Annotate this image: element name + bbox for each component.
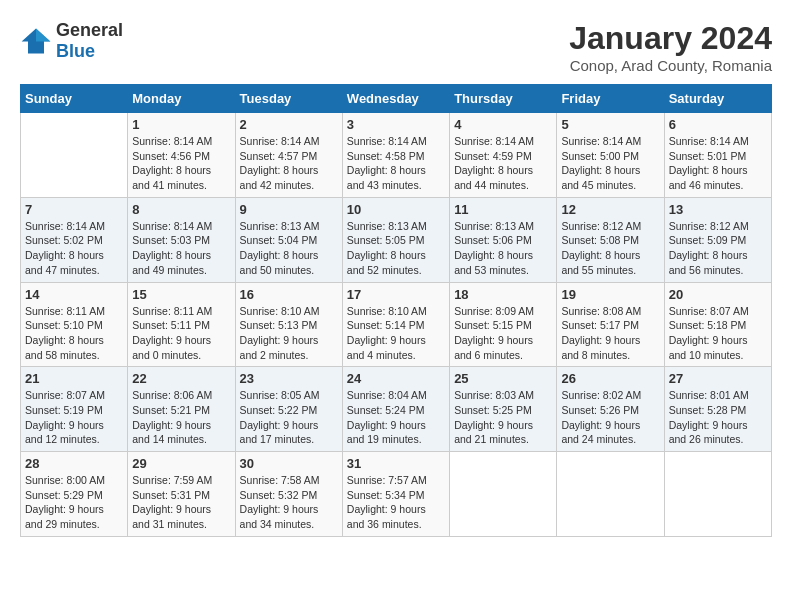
day-info: Sunrise: 8:14 AMSunset: 4:57 PMDaylight:… — [240, 134, 338, 193]
day-info: Sunrise: 8:11 AMSunset: 5:11 PMDaylight:… — [132, 304, 230, 363]
day-cell: 3Sunrise: 8:14 AMSunset: 4:58 PMDaylight… — [342, 113, 449, 198]
day-number: 5 — [561, 117, 659, 132]
day-number: 7 — [25, 202, 123, 217]
calendar: SundayMondayTuesdayWednesdayThursdayFrid… — [20, 84, 772, 537]
day-info: Sunrise: 8:10 AMSunset: 5:13 PMDaylight:… — [240, 304, 338, 363]
subtitle: Conop, Arad County, Romania — [569, 57, 772, 74]
day-number: 1 — [132, 117, 230, 132]
title-area: January 2024 Conop, Arad County, Romania — [569, 20, 772, 74]
day-cell: 31Sunrise: 7:57 AMSunset: 5:34 PMDayligh… — [342, 452, 449, 537]
header-day-tuesday: Tuesday — [235, 85, 342, 113]
day-info: Sunrise: 8:01 AMSunset: 5:28 PMDaylight:… — [669, 388, 767, 447]
day-number: 18 — [454, 287, 552, 302]
day-number: 6 — [669, 117, 767, 132]
day-cell: 8Sunrise: 8:14 AMSunset: 5:03 PMDaylight… — [128, 197, 235, 282]
day-info: Sunrise: 8:04 AMSunset: 5:24 PMDaylight:… — [347, 388, 445, 447]
day-number: 14 — [25, 287, 123, 302]
day-number: 28 — [25, 456, 123, 471]
day-info: Sunrise: 8:12 AMSunset: 5:08 PMDaylight:… — [561, 219, 659, 278]
day-cell: 29Sunrise: 7:59 AMSunset: 5:31 PMDayligh… — [128, 452, 235, 537]
header-row: SundayMondayTuesdayWednesdayThursdayFrid… — [21, 85, 772, 113]
day-cell: 30Sunrise: 7:58 AMSunset: 5:32 PMDayligh… — [235, 452, 342, 537]
day-cell: 13Sunrise: 8:12 AMSunset: 5:09 PMDayligh… — [664, 197, 771, 282]
day-info: Sunrise: 8:05 AMSunset: 5:22 PMDaylight:… — [240, 388, 338, 447]
day-cell: 28Sunrise: 8:00 AMSunset: 5:29 PMDayligh… — [21, 452, 128, 537]
day-info: Sunrise: 8:14 AMSunset: 4:56 PMDaylight:… — [132, 134, 230, 193]
day-cell — [450, 452, 557, 537]
day-cell: 19Sunrise: 8:08 AMSunset: 5:17 PMDayligh… — [557, 282, 664, 367]
day-info: Sunrise: 8:13 AMSunset: 5:04 PMDaylight:… — [240, 219, 338, 278]
logo: General Blue — [20, 20, 123, 62]
day-cell — [557, 452, 664, 537]
day-info: Sunrise: 8:14 AMSunset: 4:58 PMDaylight:… — [347, 134, 445, 193]
day-number: 4 — [454, 117, 552, 132]
day-number: 11 — [454, 202, 552, 217]
day-number: 13 — [669, 202, 767, 217]
header-day-monday: Monday — [128, 85, 235, 113]
day-number: 26 — [561, 371, 659, 386]
day-number: 17 — [347, 287, 445, 302]
header-day-sunday: Sunday — [21, 85, 128, 113]
day-info: Sunrise: 8:12 AMSunset: 5:09 PMDaylight:… — [669, 219, 767, 278]
day-cell: 15Sunrise: 8:11 AMSunset: 5:11 PMDayligh… — [128, 282, 235, 367]
day-cell: 20Sunrise: 8:07 AMSunset: 5:18 PMDayligh… — [664, 282, 771, 367]
day-number: 31 — [347, 456, 445, 471]
day-info: Sunrise: 8:09 AMSunset: 5:15 PMDaylight:… — [454, 304, 552, 363]
week-row-0: 1Sunrise: 8:14 AMSunset: 4:56 PMDaylight… — [21, 113, 772, 198]
day-cell: 12Sunrise: 8:12 AMSunset: 5:08 PMDayligh… — [557, 197, 664, 282]
day-info: Sunrise: 7:57 AMSunset: 5:34 PMDaylight:… — [347, 473, 445, 532]
day-number: 21 — [25, 371, 123, 386]
day-cell: 22Sunrise: 8:06 AMSunset: 5:21 PMDayligh… — [128, 367, 235, 452]
day-cell — [664, 452, 771, 537]
header: General Blue January 2024 Conop, Arad Co… — [20, 20, 772, 74]
day-number: 24 — [347, 371, 445, 386]
day-cell: 6Sunrise: 8:14 AMSunset: 5:01 PMDaylight… — [664, 113, 771, 198]
day-cell: 14Sunrise: 8:11 AMSunset: 5:10 PMDayligh… — [21, 282, 128, 367]
week-row-4: 28Sunrise: 8:00 AMSunset: 5:29 PMDayligh… — [21, 452, 772, 537]
day-cell: 17Sunrise: 8:10 AMSunset: 5:14 PMDayligh… — [342, 282, 449, 367]
day-info: Sunrise: 8:03 AMSunset: 5:25 PMDaylight:… — [454, 388, 552, 447]
day-number: 3 — [347, 117, 445, 132]
svg-marker-1 — [36, 29, 50, 42]
day-cell: 10Sunrise: 8:13 AMSunset: 5:05 PMDayligh… — [342, 197, 449, 282]
day-info: Sunrise: 8:13 AMSunset: 5:05 PMDaylight:… — [347, 219, 445, 278]
day-info: Sunrise: 8:14 AMSunset: 5:03 PMDaylight:… — [132, 219, 230, 278]
header-day-friday: Friday — [557, 85, 664, 113]
day-number: 29 — [132, 456, 230, 471]
week-row-2: 14Sunrise: 8:11 AMSunset: 5:10 PMDayligh… — [21, 282, 772, 367]
logo-icon — [20, 27, 52, 55]
day-cell: 9Sunrise: 8:13 AMSunset: 5:04 PMDaylight… — [235, 197, 342, 282]
header-day-thursday: Thursday — [450, 85, 557, 113]
day-info: Sunrise: 7:59 AMSunset: 5:31 PMDaylight:… — [132, 473, 230, 532]
day-info: Sunrise: 8:11 AMSunset: 5:10 PMDaylight:… — [25, 304, 123, 363]
day-info: Sunrise: 8:08 AMSunset: 5:17 PMDaylight:… — [561, 304, 659, 363]
day-cell — [21, 113, 128, 198]
day-cell: 25Sunrise: 8:03 AMSunset: 5:25 PMDayligh… — [450, 367, 557, 452]
day-info: Sunrise: 8:07 AMSunset: 5:18 PMDaylight:… — [669, 304, 767, 363]
day-number: 10 — [347, 202, 445, 217]
day-info: Sunrise: 8:13 AMSunset: 5:06 PMDaylight:… — [454, 219, 552, 278]
day-cell: 2Sunrise: 8:14 AMSunset: 4:57 PMDaylight… — [235, 113, 342, 198]
day-info: Sunrise: 8:14 AMSunset: 5:01 PMDaylight:… — [669, 134, 767, 193]
day-info: Sunrise: 7:58 AMSunset: 5:32 PMDaylight:… — [240, 473, 338, 532]
logo-blue: Blue — [56, 41, 95, 61]
day-info: Sunrise: 8:06 AMSunset: 5:21 PMDaylight:… — [132, 388, 230, 447]
day-info: Sunrise: 8:14 AMSunset: 5:00 PMDaylight:… — [561, 134, 659, 193]
logo-text: General Blue — [56, 20, 123, 62]
logo-general: General — [56, 20, 123, 40]
day-cell: 26Sunrise: 8:02 AMSunset: 5:26 PMDayligh… — [557, 367, 664, 452]
main-title: January 2024 — [569, 20, 772, 57]
day-cell: 21Sunrise: 8:07 AMSunset: 5:19 PMDayligh… — [21, 367, 128, 452]
week-row-1: 7Sunrise: 8:14 AMSunset: 5:02 PMDaylight… — [21, 197, 772, 282]
day-info: Sunrise: 8:14 AMSunset: 5:02 PMDaylight:… — [25, 219, 123, 278]
day-cell: 27Sunrise: 8:01 AMSunset: 5:28 PMDayligh… — [664, 367, 771, 452]
day-cell: 1Sunrise: 8:14 AMSunset: 4:56 PMDaylight… — [128, 113, 235, 198]
day-number: 8 — [132, 202, 230, 217]
day-number: 27 — [669, 371, 767, 386]
day-number: 22 — [132, 371, 230, 386]
day-number: 25 — [454, 371, 552, 386]
day-info: Sunrise: 8:10 AMSunset: 5:14 PMDaylight:… — [347, 304, 445, 363]
day-cell: 5Sunrise: 8:14 AMSunset: 5:00 PMDaylight… — [557, 113, 664, 198]
day-info: Sunrise: 8:00 AMSunset: 5:29 PMDaylight:… — [25, 473, 123, 532]
day-number: 30 — [240, 456, 338, 471]
